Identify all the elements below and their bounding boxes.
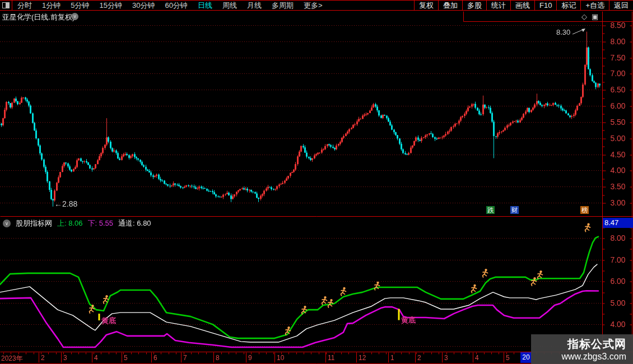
chevron-down-icon[interactable]: ∨: [71, 13, 78, 20]
main-axis-label: 5.50: [605, 118, 631, 127]
stock-title: 亚星化学(日线.前复权): [2, 12, 75, 22]
market-link-badge[interactable]: 跌: [486, 206, 495, 214]
date-label: 3: [444, 354, 448, 362]
main-axis-label: 3.00: [605, 198, 631, 207]
date-label: 11: [328, 354, 334, 362]
watermark: 指标公式网 www.zbgs3.com: [531, 334, 633, 364]
main-axis-label: 8.00: [605, 37, 631, 46]
date-label: 5: [506, 354, 510, 362]
panel-layout-icon[interactable]: ▣: [592, 12, 598, 21]
date-label: 10: [277, 354, 284, 362]
main-axis-label: 6.00: [605, 101, 631, 110]
date-label: 12: [359, 354, 366, 362]
market-link-badge[interactable]: 财: [510, 206, 519, 214]
main-axis-label: 5.00: [605, 134, 631, 143]
bottom-signal-label: 黄底: [101, 316, 116, 326]
indicator-name: 股朋指标网: [16, 218, 52, 228]
indicator-channel-value: 通道: 6.80: [118, 218, 151, 228]
indicator-axis-label: 8.00: [605, 234, 631, 242]
date-label: 2: [417, 354, 421, 362]
indicator-scale-max-badge: 8.47: [603, 218, 633, 228]
low-price-annotation: ←2.88: [54, 199, 77, 208]
date-label: 4: [475, 354, 479, 362]
date-label: 2: [41, 354, 45, 362]
bottom-signal-label: 黄底: [401, 315, 416, 325]
date-label: 4: [94, 354, 98, 362]
date-highlight-badge: 20: [520, 352, 532, 363]
collapse-chevron-icon[interactable]: ∨: [3, 220, 11, 227]
date-label: 8: [216, 354, 220, 362]
indicator-header: ∨ 股朋指标网 上: 8.06 下: 5.55 通道: 6.80: [3, 218, 151, 228]
indicator-lower-value: 下: 5.55: [88, 218, 114, 228]
watermark-url: www.zbgs3.com: [561, 352, 626, 362]
main-axis-label: 7.50: [605, 53, 631, 62]
high-price-annotation: 8.30: [556, 28, 570, 36]
diamond-icon[interactable]: ◇: [581, 12, 587, 21]
main-axis-label: 7.00: [605, 69, 631, 78]
date-label: 9: [248, 354, 252, 362]
main-axis-label: 3.50: [605, 182, 631, 191]
watermark-title: 指标公式网: [567, 337, 626, 352]
main-axis-label: 8.50: [605, 21, 631, 30]
indicator-axis-label: 4.00: [605, 320, 631, 329]
date-label: 7: [183, 354, 187, 362]
market-link-badge[interactable]: 榜: [580, 206, 589, 214]
date-label: 1: [390, 354, 394, 362]
main-axis-label: 4.00: [605, 166, 631, 175]
date-label: 3: [63, 354, 67, 362]
date-label: 6: [153, 354, 157, 362]
chart-plot-area[interactable]: [0, 0, 633, 364]
main-axis-label: 4.50: [605, 150, 631, 159]
date-label: 2023年: [1, 354, 23, 363]
indicator-axis-label: 6.00: [605, 277, 631, 286]
indicator-axis-label: 7.00: [605, 255, 631, 264]
indicator-upper-value: 上: 8.06: [57, 218, 83, 228]
main-axis-label: 6.50: [605, 85, 631, 94]
indicator-axis-label: 5.00: [605, 298, 631, 307]
trading-app-window: 分时1分钟5分钟15分钟30分钟60分钟日线周线月线多周期更多> 复权叠加多股统…: [0, 0, 633, 364]
date-label: 5: [124, 354, 128, 362]
